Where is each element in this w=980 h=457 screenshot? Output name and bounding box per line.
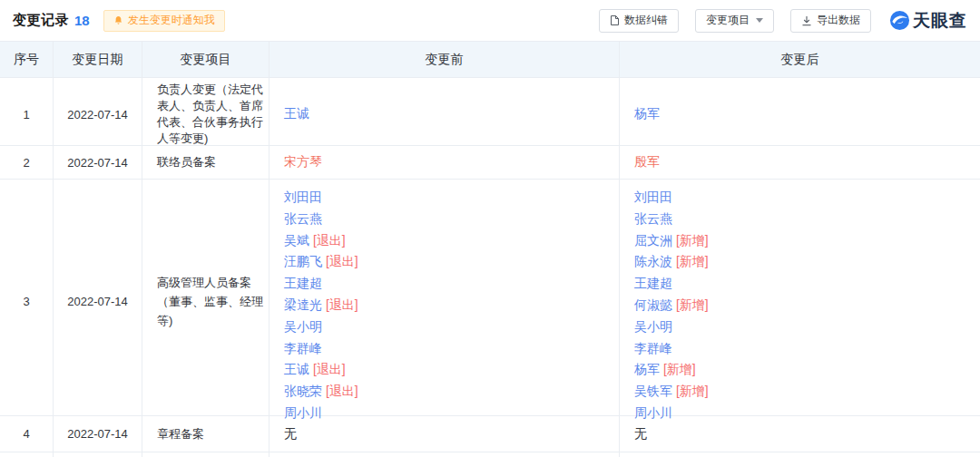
row-change-item: 负责人变更（法定代表人、负责人、首席代表、合伙事务执行人等变更) bbox=[142, 78, 270, 151]
row-seq: 4 bbox=[0, 416, 54, 452]
topbar-actions: 数据纠错 变更项目 导出数据 天眼查 bbox=[583, 9, 967, 33]
tianyancha-logo-text: 天眼查 bbox=[913, 9, 967, 33]
row-change-item: 高级管理人员备案（董事、监事、经理等) bbox=[142, 180, 270, 424]
person-link[interactable]: 刘田田 bbox=[634, 190, 672, 204]
export-data-label: 导出数据 bbox=[817, 13, 860, 28]
row-date: 2022-07-14 bbox=[54, 416, 142, 452]
before-value: 无 bbox=[284, 426, 297, 442]
person-link[interactable]: 梁達光 bbox=[284, 297, 322, 312]
change-item-filter-label: 变更项目 bbox=[706, 13, 750, 28]
person-link[interactable]: 张云燕 bbox=[284, 211, 322, 226]
person-link[interactable]: 张晓荣 bbox=[284, 384, 322, 398]
person-link[interactable]: 吴铁军 bbox=[634, 384, 672, 398]
table-row: 3 2022-07-14 高级管理人员备案（董事、监事、经理等) 刘田田张云燕吴… bbox=[0, 180, 980, 416]
table-row: 2 2022-07-14 联络员备案 宋方琴 殷军 bbox=[0, 146, 980, 180]
notify-on-change-button[interactable]: 发生变更时通知我 bbox=[103, 10, 225, 32]
person-line: 屈文洲 [新增] bbox=[634, 230, 709, 252]
person-link[interactable]: 吴小明 bbox=[634, 319, 672, 334]
notify-button-label: 发生变更时通知我 bbox=[128, 13, 215, 28]
row-date: 2022-07-14 bbox=[54, 78, 142, 151]
change-tag: [新增] bbox=[672, 254, 709, 268]
person-link[interactable]: 王诚 bbox=[284, 106, 309, 122]
col-header-seq: 序号 bbox=[0, 42, 54, 77]
person-link[interactable]: 李群峰 bbox=[284, 341, 322, 355]
person-line: 吴斌 [退出] bbox=[284, 230, 358, 252]
tianyancha-logo[interactable]: 天眼查 bbox=[889, 9, 967, 33]
col-header-after: 变更后 bbox=[620, 42, 980, 77]
person-line: 吴小明 bbox=[634, 316, 709, 338]
person-line: 张云燕 bbox=[284, 209, 358, 230]
person-link[interactable]: 王建超 bbox=[634, 276, 672, 290]
person-line: 王诚 [退出] bbox=[284, 359, 358, 381]
person-line: 刘田田 bbox=[284, 187, 358, 209]
after-value: 无 bbox=[634, 426, 647, 442]
change-tag: [新增] bbox=[672, 233, 709, 248]
row-change-item: 章程备案 bbox=[142, 416, 270, 452]
person-link[interactable]: 汪鹏飞 bbox=[284, 254, 322, 268]
person-line: 李群峰 bbox=[634, 338, 709, 360]
person-link[interactable]: 陈永波 bbox=[634, 254, 672, 268]
person-link[interactable]: 刘田田 bbox=[284, 190, 322, 204]
change-tag: [退出] bbox=[309, 362, 346, 376]
row-seq: 1 bbox=[0, 78, 54, 151]
person-line: 吴小明 bbox=[284, 316, 358, 338]
person-link[interactable]: 吴小明 bbox=[284, 319, 322, 334]
document-icon bbox=[610, 15, 620, 26]
person-line: 刘田田 bbox=[634, 187, 709, 209]
person-link[interactable]: 王建超 bbox=[284, 276, 322, 290]
bell-icon bbox=[113, 15, 123, 26]
change-tag: [新增] bbox=[672, 297, 709, 312]
change-tag: [新增] bbox=[660, 362, 696, 376]
col-header-before: 变更前 bbox=[270, 42, 620, 77]
row-seq: 2 bbox=[0, 146, 54, 179]
person-line: 杨军 [新增] bbox=[634, 359, 709, 381]
col-header-date: 变更日期 bbox=[54, 42, 142, 77]
person-link[interactable]: 何淑懿 bbox=[634, 297, 672, 312]
page-title: 变更记录 bbox=[13, 12, 69, 29]
before-value: 宋方琴 bbox=[284, 154, 322, 170]
person-line: 王建超 bbox=[284, 273, 358, 295]
after-value: 殷军 bbox=[634, 154, 660, 170]
person-link[interactable]: 吴斌 bbox=[284, 233, 309, 248]
change-tag: [新增] bbox=[672, 384, 709, 398]
row-change-item: 联络员备案 bbox=[142, 146, 270, 179]
download-icon bbox=[801, 15, 812, 26]
col-header-item: 变更项目 bbox=[142, 42, 270, 77]
caret-down-icon bbox=[756, 18, 763, 23]
change-tag: [退出] bbox=[309, 233, 346, 248]
change-tag: [退出] bbox=[322, 254, 358, 268]
person-line: 王建超 bbox=[634, 273, 709, 295]
person-line: 汪鹏飞 [退出] bbox=[284, 251, 358, 273]
partial-next-row bbox=[0, 452, 980, 457]
person-link[interactable]: 杨军 bbox=[634, 362, 660, 376]
person-link[interactable]: 张云燕 bbox=[634, 211, 672, 226]
person-link[interactable]: 杨军 bbox=[634, 106, 660, 122]
person-link[interactable]: 李群峰 bbox=[634, 341, 672, 355]
data-correction-label: 数据纠错 bbox=[624, 13, 668, 28]
table-row: 4 2022-07-14 章程备案 无 无 bbox=[0, 416, 980, 452]
table-row: 1 2022-07-14 负责人变更（法定代表人、负责人、首席代表、合伙事务执行… bbox=[0, 78, 980, 146]
topbar: 变更记录 18 发生变更时通知我 数据纠错 变更项目 导出数据 bbox=[0, 0, 980, 41]
person-line: 吴铁军 [新增] bbox=[634, 381, 709, 403]
change-record-table: 序号 变更日期 变更项目 变更前 变更后 1 2022-07-14 负责人变更（… bbox=[0, 41, 980, 457]
person-line: 李群峰 bbox=[284, 338, 358, 360]
tianyancha-logo-icon bbox=[889, 10, 910, 31]
person-line: 陈永波 [新增] bbox=[634, 251, 709, 273]
row-date: 2022-07-14 bbox=[54, 180, 142, 424]
after-person-list: 刘田田张云燕屈文洲 [新增]陈永波 [新增]王建超何淑懿 [新增]吴小明李群峰杨… bbox=[634, 187, 709, 424]
export-data-button[interactable]: 导出数据 bbox=[790, 9, 871, 33]
row-seq: 3 bbox=[0, 180, 54, 424]
change-tag: [退出] bbox=[322, 297, 358, 312]
person-line: 梁達光 [退出] bbox=[284, 295, 358, 316]
table-header-row: 序号 变更日期 变更项目 变更前 变更后 bbox=[0, 42, 980, 78]
person-line: 张晓荣 [退出] bbox=[284, 381, 358, 403]
change-item-filter-dropdown[interactable]: 变更项目 bbox=[695, 9, 774, 33]
data-correction-button[interactable]: 数据纠错 bbox=[599, 9, 679, 33]
person-line: 张云燕 bbox=[634, 209, 709, 230]
person-link[interactable]: 王诚 bbox=[284, 362, 309, 376]
person-line: 何淑懿 [新增] bbox=[634, 295, 709, 316]
record-count: 18 bbox=[74, 13, 90, 28]
change-tag: [退出] bbox=[322, 384, 358, 398]
person-link[interactable]: 屈文洲 bbox=[634, 233, 672, 248]
row-date: 2022-07-14 bbox=[54, 146, 142, 179]
